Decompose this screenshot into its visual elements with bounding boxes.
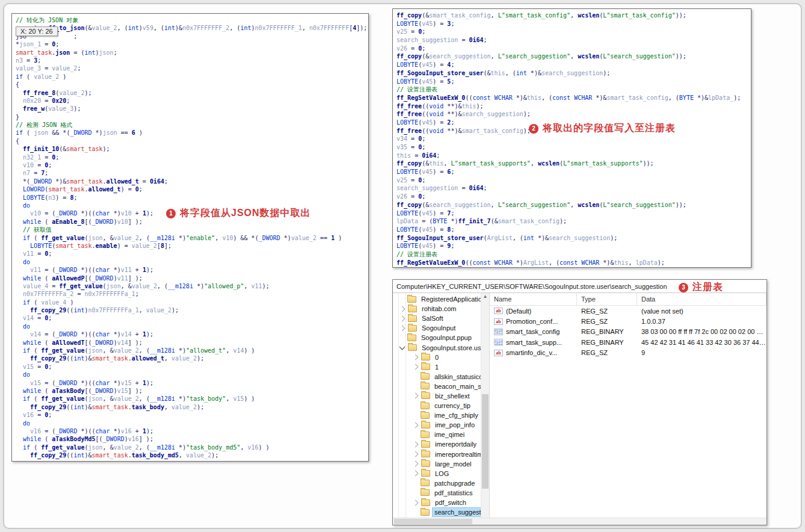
chevron-down-icon[interactable]	[399, 344, 406, 350]
tree-item-label[interactable]: biz_shellext	[433, 392, 471, 400]
code-line: v10 = 0;	[16, 161, 368, 169]
code-line: ff_free((void **)&this);	[396, 102, 751, 111]
chevron-right-icon[interactable]	[413, 471, 419, 477]
tree-item-label[interactable]: ime_pop_info	[433, 421, 477, 429]
code-line: smart_task.json = (int)json;	[16, 49, 368, 57]
code-line: v26 = 0;	[396, 45, 751, 53]
code-line: v16 = (_DWORD *)((char *)v16 + 1);	[16, 427, 368, 435]
tree-leaf-spacer	[413, 510, 417, 514]
registry-value-row[interactable]: 0110 1011smart_task_supp...REG_BINARY45 …	[490, 337, 766, 347]
tree-item-1[interactable]: 1	[393, 362, 489, 372]
tree-item-label[interactable]: currency_tip	[433, 401, 472, 410]
chevron-right-icon[interactable]	[413, 354, 419, 360]
tree-item-biz_shellext[interactable]: biz_shellext	[393, 391, 489, 401]
value-name[interactable]: absmartinfo_dic_v...	[490, 349, 577, 356]
tree-item-LOG[interactable]: LOG	[393, 469, 489, 478]
tree-item-ime_qimei[interactable]: ime_qimei	[393, 430, 489, 439]
code-line: LOBYTE(smart_task.enable) = value_2[8];	[16, 242, 368, 250]
reg-binary-icon: 0110 1011	[494, 329, 503, 335]
code-line: ff_free((void **)&search_suggestion);	[396, 110, 751, 119]
code-line: if ( ff_get_value(json, &value_2, (__m12…	[16, 444, 368, 451]
tree-item-SogouInput[interactable]: SogouInput	[393, 323, 489, 333]
value-type: REG_SZ	[577, 318, 637, 325]
tree-item-ime_cfg_shiply[interactable]: ime_cfg_shiply	[393, 410, 489, 420]
tree-item-label[interactable]: pdf_statistics	[433, 489, 475, 497]
folder-icon	[408, 315, 417, 322]
value-name[interactable]: 0110 1011smart_task_supp...	[490, 339, 577, 346]
tree-item-label[interactable]: SalSoft	[420, 314, 445, 323]
tree-item-search_suggestion[interactable]: search_suggestion	[393, 507, 489, 517]
value-name[interactable]: 0110 1011smart_task_config	[490, 328, 577, 335]
tree-item-label[interactable]: SogouInput	[420, 324, 457, 332]
code-line: v25 = 0;	[396, 176, 751, 185]
tree-item-beacon_main_switch[interactable]: beacon_main_switch	[393, 382, 489, 391]
folder-icon	[421, 489, 430, 496]
tree-item-patchupgrade[interactable]: patchupgrade	[393, 478, 489, 488]
tree-item-imereportrealtime[interactable]: imereportrealtime	[393, 450, 489, 459]
tree-item-label[interactable]: SogouInput.ppup	[419, 333, 473, 342]
tree-item-label[interactable]: RegisteredApplications	[419, 295, 490, 303]
chevron-right-icon[interactable]	[413, 364, 419, 370]
tree-item-0[interactable]: 0	[393, 353, 489, 362]
tree-item-label[interactable]: patchupgrade	[433, 479, 477, 487]
code-line: n0x20 = 0x20;	[16, 97, 368, 105]
code-line: value_4 = ff_get_value(json, &value_2, (…	[16, 282, 368, 290]
chevron-right-icon[interactable]	[413, 393, 419, 399]
tree-item-ime_pop_info[interactable]: ime_pop_info	[393, 420, 489, 430]
tree-item-SalSoft[interactable]: SalSoft	[393, 314, 489, 323]
tree-item-label[interactable]: SogouInput.store.user	[420, 344, 489, 352]
tree-item-SogouInput.store.user[interactable]: SogouInput.store.user	[393, 342, 489, 352]
code-line: v34 = 0;	[396, 135, 751, 143]
value-name[interactable]: abPromotion_conf...	[490, 318, 577, 325]
tree-leaf-spacer	[413, 491, 417, 495]
value-name[interactable]: ab(Default)	[490, 308, 577, 315]
tree-item-pdf_switch[interactable]: pdf_switch	[393, 498, 489, 507]
scrollbar-thumb[interactable]	[482, 394, 489, 489]
chevron-right-icon[interactable]	[413, 461, 419, 467]
tree-item-label[interactable]: imereportrealtime	[433, 450, 489, 459]
chevron-right-icon[interactable]	[399, 315, 406, 321]
tree-item-rohitab.com[interactable]: rohitab.com	[393, 304, 489, 314]
tree-item-SogouInput.ppup[interactable]: SogouInput.ppup	[393, 333, 489, 342]
chevron-right-icon[interactable]	[413, 422, 419, 428]
pseudocode-right: ff_copy(&smart_task_config, L"smart_task…	[393, 9, 751, 267]
tree-item-RegisteredApplications[interactable]: RegisteredApplications	[393, 294, 489, 304]
scroll-up-icon[interactable]: ▲	[481, 293, 489, 300]
code-line: v11 = (_DWORD *)((char *)v11 + 1);	[16, 266, 368, 274]
tree-vertical-scrollbar[interactable]: ▲	[481, 293, 489, 518]
chevron-right-icon[interactable]	[399, 325, 406, 331]
code-line: ff_free_8(value_2);	[16, 89, 368, 97]
tree-item-label[interactable]: large_model	[433, 460, 473, 468]
registry-value-row[interactable]: 0110 1011smart_task_configREG_BINARY38 0…	[490, 327, 766, 337]
tree-item-label[interactable]: imereportdaily	[433, 440, 478, 448]
tree-item-label[interactable]: 0	[433, 353, 440, 362]
chevron-right-icon[interactable]	[413, 451, 419, 457]
tree-item-large_model[interactable]: large_model	[393, 459, 489, 469]
tree-item-label[interactable]: ime_cfg_shiply	[433, 411, 480, 419]
chevron-right-icon[interactable]	[413, 500, 419, 506]
tree-item-label[interactable]: ime_qimei	[433, 430, 466, 439]
column-header-name[interactable]: Name	[490, 293, 577, 305]
regedit-horizontal-scrollbar[interactable]	[393, 518, 766, 525]
scrollbar-thumb[interactable]	[394, 519, 472, 524]
folder-icon	[421, 363, 430, 370]
tree-item-label[interactable]: LOG	[433, 469, 451, 478]
column-header-type[interactable]: Type	[577, 293, 637, 305]
tree-item-allskin_statusiconstatis[interactable]: allskin_statusiconstatis	[393, 372, 489, 382]
registry-value-row[interactable]: absmartinfo_dic_v...REG_SZ9	[490, 348, 766, 358]
tree-item-imereportdaily[interactable]: imereportdaily	[393, 439, 489, 449]
tree-item-currency_tip[interactable]: currency_tip	[393, 401, 489, 410]
registry-value-row[interactable]: abPromotion_conf...REG_SZ1.0.0.37	[490, 316, 766, 326]
chevron-right-icon[interactable]	[413, 442, 419, 448]
code-line: do	[16, 258, 368, 266]
chevron-right-icon[interactable]	[399, 306, 406, 312]
column-header-data[interactable]: Data	[637, 293, 766, 305]
value-data: (value not set)	[637, 308, 766, 315]
code-line: ff_copy_29((int)&smart_task.allowed_t, v…	[16, 354, 368, 362]
tree-item-label[interactable]: rohitab.com	[420, 305, 458, 313]
tree-item-label[interactable]: 1	[433, 363, 440, 371]
registry-value-row[interactable]: ab(Default)REG_SZ(value not set)	[490, 306, 766, 316]
tree-item-label[interactable]: pdf_switch	[433, 498, 468, 507]
tree-item-pdf_statistics[interactable]: pdf_statistics	[393, 488, 489, 498]
folder-icon	[421, 403, 430, 409]
